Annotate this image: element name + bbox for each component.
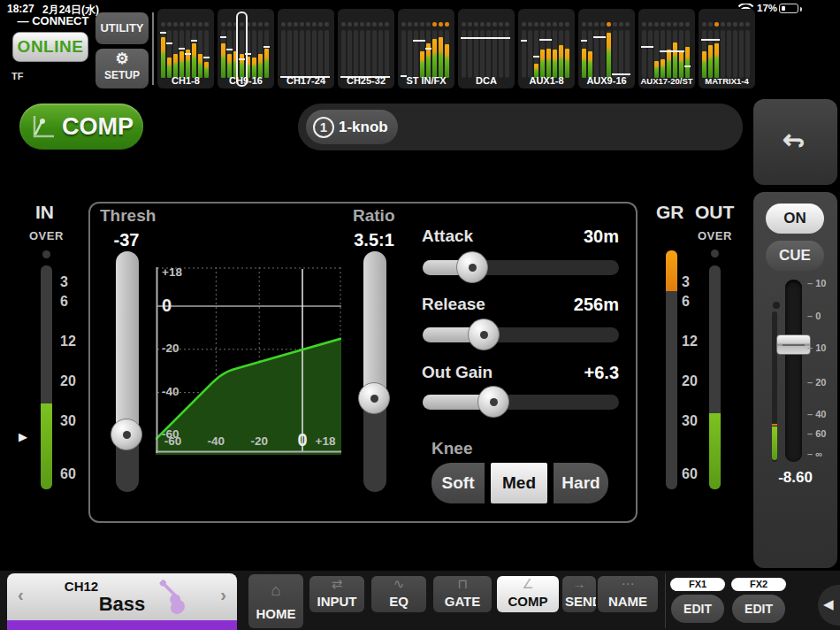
over-dot — [540, 22, 545, 27]
ratio-slider[interactable] — [363, 251, 386, 492]
over-dot — [505, 22, 509, 27]
fader-position-line — [660, 50, 666, 52]
over-dot — [372, 22, 377, 27]
over-dot — [619, 22, 623, 27]
fx2-edit-button[interactable]: EDIT — [732, 595, 785, 623]
fader-position-line — [479, 37, 485, 39]
one-knob-bar[interactable]: 1 1-knob — [298, 104, 743, 150]
fader-position-line — [160, 32, 166, 34]
fx1-edit-button[interactable]: EDIT — [671, 595, 724, 623]
in-over-label: OVER — [29, 229, 64, 242]
tab-comp[interactable]: ∠COMP — [497, 576, 559, 612]
out-meter — [709, 265, 721, 489]
over-dot — [679, 22, 683, 27]
over-dot — [673, 22, 677, 27]
fader-track[interactable] — [785, 280, 802, 462]
thresh-slider[interactable] — [116, 251, 139, 492]
meter-block-label: DCA — [458, 75, 515, 86]
channel-meter — [468, 30, 472, 78]
over-dot — [594, 22, 599, 27]
over-dot — [727, 22, 731, 27]
over-dot — [642, 22, 646, 27]
setup-button[interactable]: ⚙ SETUP — [95, 49, 149, 88]
tab-home[interactable]: ⌂HOME — [248, 574, 303, 628]
scale-tick-label: 12 — [60, 334, 76, 350]
fader-position-line — [166, 42, 172, 44]
meter-block[interactable]: DCA — [458, 9, 515, 88]
back-button[interactable]: ↩ — [753, 99, 837, 185]
online-button[interactable]: ONLINE — [12, 32, 88, 62]
send-tab-icon: → — [562, 576, 596, 591]
attack-slider[interactable] — [423, 260, 619, 275]
tab-send[interactable]: →SEND — [562, 576, 596, 612]
meter-block[interactable]: AUX17-20/ST — [638, 9, 695, 88]
tab-name[interactable]: ⋯NAME — [598, 576, 658, 612]
ratio-slider-handle[interactable] — [358, 382, 390, 414]
fader-scale-tick: 10 — [807, 278, 826, 288]
meter-block[interactable]: CH1-8 — [157, 9, 214, 88]
over-dot — [300, 22, 304, 27]
knee-option-med[interactable]: Med — [491, 463, 547, 503]
comp-tab-icon: ∠ — [497, 576, 559, 592]
graph-x-tick: -60 — [157, 434, 189, 448]
over-dot — [173, 22, 178, 27]
meter-block[interactable]: CH17-24 — [278, 9, 334, 88]
meter-block[interactable]: ST IN/FX — [398, 9, 454, 88]
fader-position-line — [413, 40, 419, 42]
over-dot — [667, 22, 671, 27]
channel-select-card[interactable]: ‹ › CH12 Bass — [7, 573, 237, 620]
channel-meter — [708, 30, 713, 78]
guitar-icon — [156, 578, 200, 618]
channel-meter — [401, 30, 406, 78]
back-arrow-icon: ↩ — [783, 126, 805, 157]
tab-input[interactable]: ⇄INPUT — [309, 576, 364, 612]
channel-meter — [366, 30, 370, 78]
tab-eq[interactable]: ∿EQ — [371, 576, 426, 612]
fader-position-line — [504, 37, 510, 39]
meter-block[interactable]: AUX9-16 — [578, 9, 635, 88]
thresh-slider-handle[interactable] — [111, 419, 142, 450]
prev-channel-chevron[interactable]: ‹ — [18, 585, 24, 605]
release-slider-handle[interactable] — [468, 319, 500, 350]
graph-y-tick: 0 — [162, 296, 172, 316]
release-slider[interactable] — [423, 327, 619, 342]
utility-button[interactable]: UTILITY — [95, 12, 149, 44]
channel-meter — [347, 30, 352, 78]
over-dot — [582, 22, 586, 27]
next-channel-chevron[interactable]: › — [220, 585, 226, 605]
one-knob-pill[interactable]: 1 1-knob — [306, 110, 398, 144]
fader-position-line — [647, 46, 653, 48]
knee-option-hard[interactable]: Hard — [554, 463, 608, 503]
in-over-dot — [42, 250, 50, 258]
graph-x-tick: -40 — [200, 434, 232, 448]
channel-meter — [739, 30, 744, 78]
fader-cap[interactable] — [776, 334, 811, 355]
eq-tab-icon: ∿ — [371, 576, 426, 592]
fader-position-line — [521, 40, 527, 42]
channel-meter — [582, 30, 586, 78]
collapse-left-icon: ◀ — [823, 596, 834, 612]
channel-meter — [607, 30, 611, 78]
meter-block[interactable]: MATRIX1-4 — [699, 9, 755, 88]
comp-title-button[interactable]: COMP — [19, 104, 143, 150]
tab-gate[interactable]: ⊓GATE — [433, 576, 492, 612]
over-dot — [341, 22, 346, 27]
over-dot — [721, 22, 725, 27]
channel-meter — [179, 30, 184, 78]
channel-meter — [287, 30, 292, 78]
knee-option-soft[interactable]: Soft — [431, 463, 485, 503]
channel-meter — [540, 30, 545, 78]
out-gain-slider[interactable] — [423, 395, 619, 410]
channel-meter — [505, 30, 509, 78]
channel-color-stripe — [7, 620, 237, 630]
out-gain-slider-handle[interactable] — [477, 386, 509, 418]
meter-block[interactable]: CH9-16 — [218, 9, 274, 88]
battery-icon — [779, 4, 798, 13]
meter-block[interactable]: CH25-32 — [338, 9, 394, 88]
cue-button[interactable]: CUE — [766, 241, 824, 271]
on-button[interactable]: ON — [766, 204, 824, 234]
over-dot — [600, 22, 605, 27]
attack-slider-handle[interactable] — [456, 251, 488, 283]
meter-block[interactable]: AUX1-8 — [518, 9, 575, 88]
over-dot — [499, 22, 503, 27]
